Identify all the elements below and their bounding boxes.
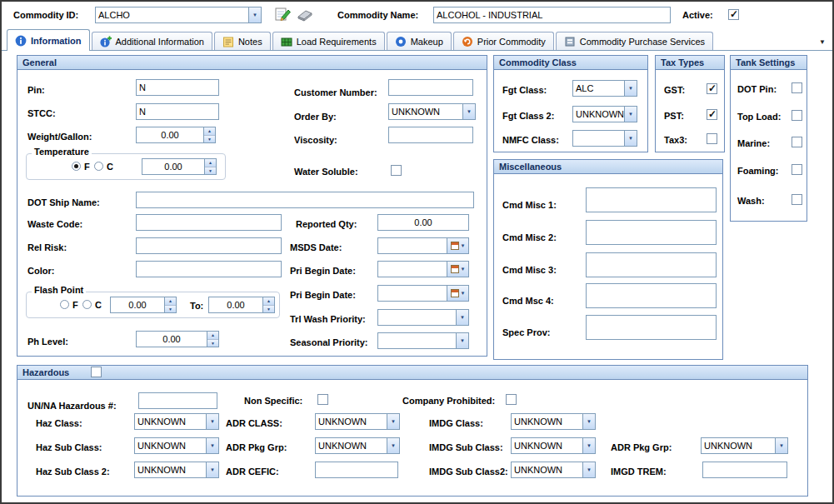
non-specific-checkbox[interactable] [317,394,328,405]
ph-level-spinner[interactable]: 0.00 ▲▼ [136,331,219,347]
clear-button[interactable] [295,7,315,23]
tab-additional-information[interactable]: Additional Information [92,32,212,50]
flash-point-c-radio[interactable] [82,300,92,309]
pin-input[interactable] [136,79,219,96]
chevron-down-icon[interactable]: ▼ [462,104,475,119]
top-load-checkbox[interactable] [792,110,802,121]
spin-down-icon[interactable]: ▼ [205,167,216,175]
haz-sub-class-select[interactable]: UNKNOWN ▼ [134,437,219,454]
gst-checkbox[interactable] [707,83,717,94]
marine-checkbox[interactable] [792,137,802,147]
order-by-select[interactable]: UNKNOWN ▼ [388,103,476,120]
tab-information[interactable]: Information [7,29,90,51]
chevron-down-icon[interactable]: ▼ [624,81,637,96]
msds-date-label: MSDS Date: [290,242,342,252]
chevron-down-icon[interactable]: ▼ [456,310,468,325]
color-input[interactable] [136,261,282,277]
chevron-down-icon[interactable]: ▼ [582,414,595,429]
spec-prov-input[interactable] [586,315,717,340]
chevron-down-icon[interactable]: ▼ [387,414,399,429]
nmfc-class-select[interactable]: ▼ [572,130,637,147]
rel-risk-input[interactable] [136,237,282,254]
spin-up-icon[interactable]: ▲ [263,297,274,305]
imgd-trem-input[interactable] [702,462,787,478]
seasonal-priority-select[interactable]: ▼ [377,332,469,349]
spin-down-icon[interactable]: ▼ [263,305,274,313]
imdg-class-select[interactable]: UNKNOWN ▼ [511,413,596,430]
tab-notes[interactable]: Notes [214,32,271,50]
chevron-down-icon[interactable]: ▼ [206,414,218,429]
chevron-down-icon[interactable]: ▼ [624,131,637,146]
flash-point-from-spinner[interactable]: 0.00 ▲▼ [110,297,177,313]
chevron-down-icon[interactable]: ▼ [387,438,399,453]
temperature-spinner[interactable]: 0.00 ▲▼ [142,158,217,175]
pri-begin-date-picker[interactable]: ▼ [377,261,469,277]
weight-gallon-label: Weight/Gallon: [27,132,92,142]
chevron-down-icon[interactable]: ▼ [582,438,595,453]
commodity-id-select[interactable]: ALCHO ▼ [95,7,262,23]
tab-prior-commodity[interactable]: Prior Commodity [453,32,554,50]
tab-makeup[interactable]: Makeup [387,32,452,50]
additional-information-icon [100,36,112,47]
spin-down-icon[interactable]: ▼ [165,305,176,313]
chevron-down-icon[interactable]: ▼ [206,462,218,477]
cmd-msc4-input[interactable] [586,283,717,308]
temperature-f-radio[interactable] [72,162,81,171]
foaming-checkbox[interactable] [792,164,802,175]
commodity-name-input[interactable] [433,7,671,23]
cmd-misc1-input[interactable] [586,187,717,212]
temperature-c-radio[interactable] [94,162,103,171]
fgt-class-select[interactable]: ALC ▼ [572,80,637,97]
tax3-checkbox[interactable] [707,133,717,144]
imdg-sub-class2-select[interactable]: UNKNOWN ▼ [511,462,596,478]
chevron-down-icon[interactable]: ▼ [248,7,261,22]
customer-number-input[interactable] [388,79,473,96]
cmd-misc3-label: Cmd Misc 3: [502,265,557,275]
msds-date-picker[interactable]: ▼ [377,237,469,254]
spin-up-icon[interactable]: ▲ [205,159,216,167]
reported-qty-input[interactable] [377,214,469,231]
waste-code-input[interactable] [136,214,282,231]
hazardous-checkbox[interactable] [91,367,102,377]
spin-up-icon[interactable]: ▲ [165,297,176,305]
tab-overflow-button[interactable]: ▼ [819,38,826,46]
dot-pin-checkbox[interactable] [792,82,802,93]
flash-point-to-spinner[interactable]: 0.00 ▲▼ [208,297,275,313]
chevron-down-icon[interactable]: ▼ [582,462,595,477]
spin-down-icon[interactable]: ▼ [204,135,215,143]
pst-checkbox[interactable] [707,109,717,120]
spin-down-icon[interactable]: ▼ [207,339,218,347]
cmd-misc2-input[interactable] [586,220,717,245]
trl-wash-priority-select[interactable]: ▼ [377,309,469,326]
chevron-down-icon[interactable]: ▼ [206,438,218,453]
viscosity-input[interactable] [388,127,473,143]
haz-sub-class2-select[interactable]: UNKNOWN ▼ [134,462,219,478]
haz-class-select[interactable]: UNKNOWN ▼ [134,413,219,430]
stcc-input[interactable] [136,103,219,120]
dot-ship-name-input[interactable] [136,192,474,208]
chevron-down-icon[interactable]: ▼ [775,438,787,453]
unna-hazardous-input[interactable] [138,392,217,409]
adr-pkg-grp-select[interactable]: UNKNOWN ▼ [315,437,400,454]
flash-point-f-radio[interactable] [60,300,69,309]
adr-cefic-input[interactable] [315,462,398,478]
chevron-down-icon[interactable]: ▼ [456,333,468,348]
water-soluble-checkbox[interactable] [391,165,402,176]
tab-commodity-purchase-services[interactable]: Commodity Purchase Services [556,32,713,50]
adr-pkg-grp2-select[interactable]: UNKNOWN ▼ [701,437,788,454]
weight-gallon-spinner[interactable]: 0.00 ▲▼ [136,127,216,143]
spin-up-icon[interactable]: ▲ [204,127,215,135]
spin-up-icon[interactable]: ▲ [207,332,218,339]
edit-button[interactable] [273,6,293,22]
tab-load-requirements[interactable]: Load Requirements [272,32,385,50]
chevron-down-icon[interactable]: ▼ [624,107,637,122]
adr-class-select[interactable]: UNKNOWN ▼ [315,413,400,430]
company-prohibited-checkbox[interactable] [506,394,517,405]
fgt-class2-select[interactable]: UNKNOWN ▼ [572,106,637,122]
pri-begin-date2-picker[interactable]: ▼ [377,285,469,302]
cmd-misc3-input[interactable] [586,252,717,277]
haz-class-value: UNKNOWN [135,414,206,429]
active-checkbox[interactable] [728,9,739,20]
wash-checkbox[interactable] [792,194,802,205]
imdg-sub-class-select[interactable]: UNKNOWN ▼ [511,437,596,454]
